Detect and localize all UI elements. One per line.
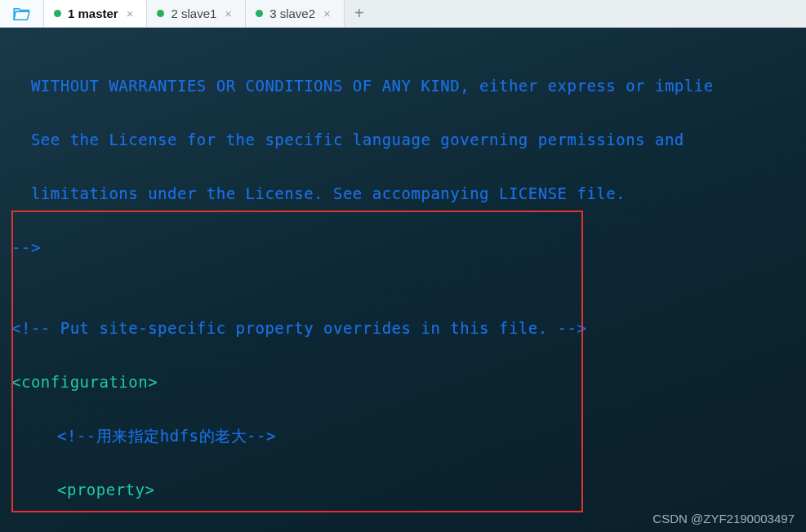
xml-tag: <property> bbox=[57, 481, 154, 499]
new-tab-button[interactable]: + bbox=[345, 0, 374, 27]
tab-slave1[interactable]: 2 slave1 × bbox=[147, 0, 246, 27]
modified-dot-icon bbox=[157, 10, 164, 17]
code-line: <property> bbox=[11, 477, 806, 503]
code-line: See the License for the specific languag… bbox=[11, 126, 806, 153]
modified-dot-icon bbox=[256, 10, 263, 17]
code-line: <!-- Put site-specific property override… bbox=[11, 315, 806, 342]
code-line: limitations under the License. See accom… bbox=[11, 180, 806, 207]
plus-icon: + bbox=[354, 4, 364, 23]
code-line: <configuration> bbox=[11, 369, 806, 396]
modified-dot-icon bbox=[54, 10, 61, 17]
close-icon[interactable]: × bbox=[223, 7, 234, 20]
tab-bar: 1 master × 2 slave1 × 3 slave2 × + bbox=[0, 0, 806, 28]
open-folder-button[interactable] bbox=[0, 0, 44, 27]
code-line: WITHOUT WARRANTIES OR CONDITIONS OF ANY … bbox=[11, 73, 806, 100]
code-line: --> bbox=[11, 234, 806, 261]
xml-comment: <!--用来指定hdfs的老大--> bbox=[57, 427, 276, 445]
editor-area[interactable]: WITHOUT WARRANTIES OR CONDITIONS OF ANY … bbox=[0, 28, 806, 532]
tab-label: 3 slave2 bbox=[269, 7, 315, 20]
folder-open-icon bbox=[13, 7, 31, 21]
close-icon[interactable]: × bbox=[322, 7, 332, 20]
tab-master[interactable]: 1 master × bbox=[44, 0, 147, 27]
xml-tag: <configuration> bbox=[11, 373, 158, 391]
tab-slave2[interactable]: 3 slave2 × bbox=[246, 0, 345, 27]
tab-label: 1 master bbox=[68, 7, 118, 20]
watermark: CSDN @ZYF2190003497 bbox=[652, 512, 795, 525]
close-icon[interactable]: × bbox=[125, 7, 136, 20]
tab-label: 2 slave1 bbox=[171, 7, 216, 20]
code-line: <!--用来指定hdfs的老大--> bbox=[11, 423, 806, 450]
